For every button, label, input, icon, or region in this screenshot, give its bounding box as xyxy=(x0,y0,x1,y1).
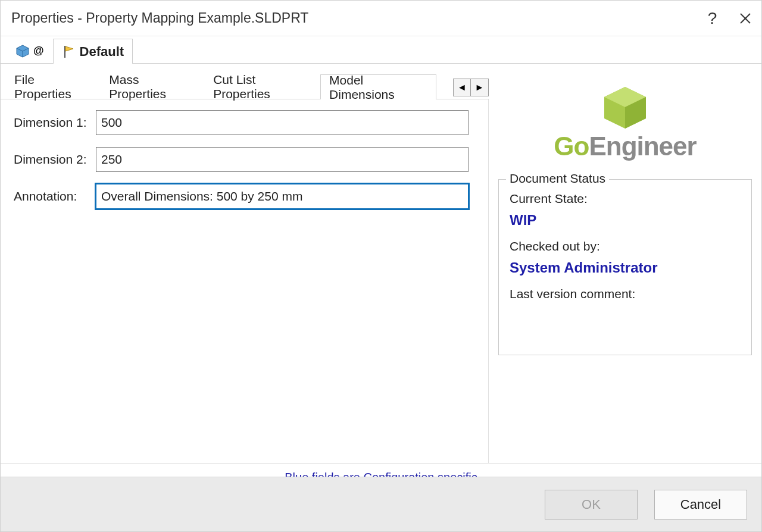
dimension1-input[interactable] xyxy=(96,110,469,135)
window-title: Properties - Property Mapping Example.SL… xyxy=(11,10,308,26)
tab-nav-prev[interactable]: ◄ xyxy=(453,79,471,96)
tab-config-at-label: @ xyxy=(33,45,44,57)
annotation-label: Annotation: xyxy=(14,189,96,204)
tab-cut-list-properties-label: Cut List Properties xyxy=(213,73,311,101)
tab-mass-properties-label: Mass Properties xyxy=(109,73,195,101)
checked-out-label: Checked out by: xyxy=(510,239,741,254)
tab-model-dimensions-label: Model Dimensions xyxy=(329,73,427,102)
tab-cut-list-properties[interactable]: Cut List Properties xyxy=(204,74,320,99)
tab-configurations-root[interactable]: @ xyxy=(7,38,53,63)
ok-button-label: OK xyxy=(582,497,601,512)
tab-default-config[interactable]: Default xyxy=(53,39,133,64)
tab-nav-next[interactable]: ► xyxy=(471,79,489,96)
document-status-legend: Document Status xyxy=(506,171,609,186)
tab-file-properties-label: File Properties xyxy=(14,73,91,101)
dimension1-label: Dimension 1: xyxy=(14,115,96,130)
ok-button[interactable]: OK xyxy=(545,490,638,520)
close-icon xyxy=(739,12,751,24)
dimension2-label: Dimension 2: xyxy=(14,152,96,167)
annotation-input[interactable] xyxy=(96,184,469,209)
goengineer-logo: GoEngineer xyxy=(498,84,752,161)
dimension2-input[interactable] xyxy=(96,147,469,172)
help-button[interactable]: ? xyxy=(696,4,729,33)
svg-marker-5 xyxy=(65,46,73,51)
tab-mass-properties[interactable]: Mass Properties xyxy=(100,74,204,99)
cube-logo-icon xyxy=(598,84,652,132)
logo-engineer-text: Engineer xyxy=(589,132,696,161)
cancel-button-label: Cancel xyxy=(680,497,721,512)
checked-out-value: System Administrator xyxy=(510,259,741,276)
document-status-group: Document Status Current State: WIP Check… xyxy=(498,179,752,355)
flag-icon xyxy=(62,45,76,59)
last-comment-label: Last version comment: xyxy=(510,287,741,301)
cancel-button[interactable]: Cancel xyxy=(654,490,747,520)
current-state-value: WIP xyxy=(510,212,741,229)
tab-default-label: Default xyxy=(80,44,124,60)
logo-go-text: Go xyxy=(554,132,589,161)
close-button[interactable] xyxy=(729,4,761,33)
tab-model-dimensions[interactable]: Model Dimensions xyxy=(320,74,436,99)
cube-icon xyxy=(15,44,30,58)
tab-file-properties[interactable]: File Properties xyxy=(5,74,100,99)
current-state-label: Current State: xyxy=(510,192,741,206)
